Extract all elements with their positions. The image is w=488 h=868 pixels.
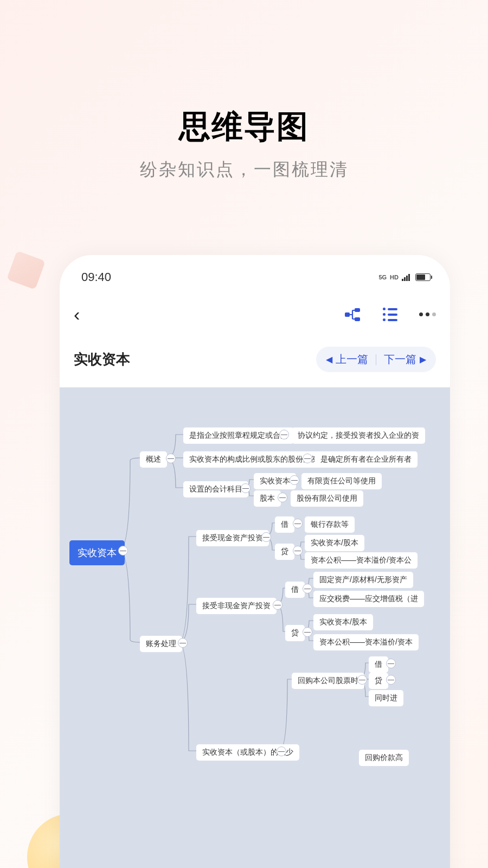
prev-button[interactable]: ◀ 上一篇 bbox=[326, 352, 368, 367]
mindmap-node[interactable]: 是确定所有者在企业所有者 bbox=[314, 451, 418, 468]
mindmap-node[interactable]: 应交税费——应交增值税（进 bbox=[313, 591, 424, 607]
collapse-icon[interactable]: — bbox=[278, 493, 287, 502]
mindmap-node[interactable]: 有限责任公司等使用 bbox=[301, 473, 382, 489]
hero-title: 思维导图 bbox=[0, 0, 488, 148]
mindmap-node[interactable]: 股本 bbox=[254, 490, 281, 507]
hd-indicator: HD bbox=[390, 274, 399, 280]
collapse-icon[interactable]: — bbox=[277, 746, 286, 756]
mindmap-node[interactable]: 贷 bbox=[285, 625, 305, 641]
collapse-icon[interactable]: — bbox=[273, 600, 282, 610]
collapse-icon[interactable]: — bbox=[178, 638, 188, 648]
mindmap-node[interactable]: 协议约定，接受投资者投入企业的资 bbox=[292, 427, 425, 444]
mindmap-node[interactable]: 概述 bbox=[140, 451, 167, 468]
decoration-cube bbox=[7, 251, 46, 290]
collapse-icon[interactable]: — bbox=[290, 475, 299, 485]
svg-rect-0 bbox=[345, 312, 350, 317]
collapse-icon[interactable]: — bbox=[303, 584, 312, 593]
collapse-icon[interactable]: — bbox=[118, 546, 128, 556]
mindmap-node[interactable]: 资本公积——资本溢价/资本 bbox=[313, 634, 419, 650]
arrow-right-icon: ▶ bbox=[420, 354, 426, 365]
page-title: 实收资本 bbox=[74, 350, 130, 369]
mindmap-canvas[interactable]: 实收资本 — 概述 — 账务处理 — 是指企业按照章程规定或合同 — 协议约定，… bbox=[60, 387, 450, 868]
mindmap-node[interactable]: 回购价款高 bbox=[359, 750, 409, 766]
mindmap-node[interactable]: 账务处理 bbox=[140, 636, 182, 652]
mindmap-view-icon[interactable] bbox=[344, 306, 361, 323]
collapse-icon[interactable]: — bbox=[303, 454, 312, 463]
battery-icon bbox=[415, 273, 431, 281]
app-header: ‹ bbox=[60, 293, 450, 339]
next-button[interactable]: 下一篇 ▶ bbox=[384, 352, 426, 367]
arrow-left-icon: ◀ bbox=[326, 354, 332, 365]
svg-rect-2 bbox=[355, 317, 360, 321]
page-title-row: 实收资本 ◀ 上一篇 下一篇 ▶ bbox=[60, 339, 450, 387]
mindmap-node[interactable]: 是指企业按照章程规定或合同 bbox=[183, 427, 294, 444]
pager: ◀ 上一篇 下一篇 ▶ bbox=[316, 347, 436, 372]
collapse-icon[interactable]: — bbox=[241, 483, 251, 493]
back-icon[interactable]: ‹ bbox=[74, 304, 80, 325]
signal-icon bbox=[402, 274, 410, 281]
list-view-icon[interactable] bbox=[383, 308, 397, 321]
mindmap-node[interactable]: 贷 bbox=[275, 544, 294, 560]
status-time: 09:40 bbox=[81, 270, 111, 284]
status-icons: 5G HD bbox=[378, 273, 431, 281]
mindmap-node[interactable]: 银行存款等 bbox=[305, 516, 355, 533]
mindmap-node[interactable]: 借 bbox=[275, 516, 294, 533]
mindmap-node[interactable]: 接受非现金资产投资 bbox=[196, 598, 277, 614]
network-indicator: 5G bbox=[378, 274, 387, 280]
mindmap-node[interactable]: 接受现金资产投资 bbox=[196, 530, 269, 546]
mindmap-node[interactable]: 借 bbox=[285, 582, 305, 598]
hero-subtitle: 纷杂知识点，一图梳理清 bbox=[0, 158, 488, 182]
mindmap-node[interactable]: 设置的会计科目 bbox=[183, 481, 248, 497]
mindmap-node[interactable]: 资本公积——资本溢价/资本公 bbox=[305, 552, 418, 569]
mindmap-node[interactable]: 股份有限公司使用 bbox=[291, 490, 363, 507]
mindmap-node[interactable]: 同时进 bbox=[369, 690, 403, 706]
phone-frame: 09:40 5G HD ‹ bbox=[60, 255, 450, 868]
svg-rect-1 bbox=[355, 308, 360, 312]
collapse-icon[interactable]: — bbox=[279, 430, 289, 439]
collapse-icon[interactable]: — bbox=[261, 532, 271, 542]
collapse-icon[interactable]: — bbox=[303, 627, 312, 637]
mindmap-node[interactable]: 实收资本/股本 bbox=[305, 535, 364, 551]
pager-separator bbox=[376, 354, 376, 365]
next-label: 下一篇 bbox=[384, 352, 416, 367]
mindmap-node[interactable]: 实收资本/股本 bbox=[313, 614, 373, 630]
collapse-icon[interactable]: — bbox=[386, 675, 396, 685]
mindmap-node[interactable]: 借 bbox=[369, 656, 388, 673]
collapse-icon[interactable]: — bbox=[293, 519, 303, 528]
collapse-icon[interactable]: — bbox=[386, 659, 396, 668]
collapse-icon[interactable]: — bbox=[293, 546, 303, 556]
collapse-icon[interactable]: — bbox=[166, 454, 176, 463]
more-icon[interactable] bbox=[419, 312, 436, 316]
collapse-icon[interactable]: — bbox=[357, 675, 367, 685]
mindmap-node[interactable]: 回购本公司股票时 bbox=[292, 673, 364, 689]
mindmap-root-node[interactable]: 实收资本 bbox=[69, 540, 125, 565]
status-bar: 09:40 5G HD bbox=[60, 255, 450, 293]
mindmap-node[interactable]: 贷 bbox=[369, 673, 388, 689]
prev-label: 上一篇 bbox=[336, 352, 368, 367]
mindmap-node[interactable]: 固定资产/原材料/无形资产 bbox=[313, 572, 413, 588]
